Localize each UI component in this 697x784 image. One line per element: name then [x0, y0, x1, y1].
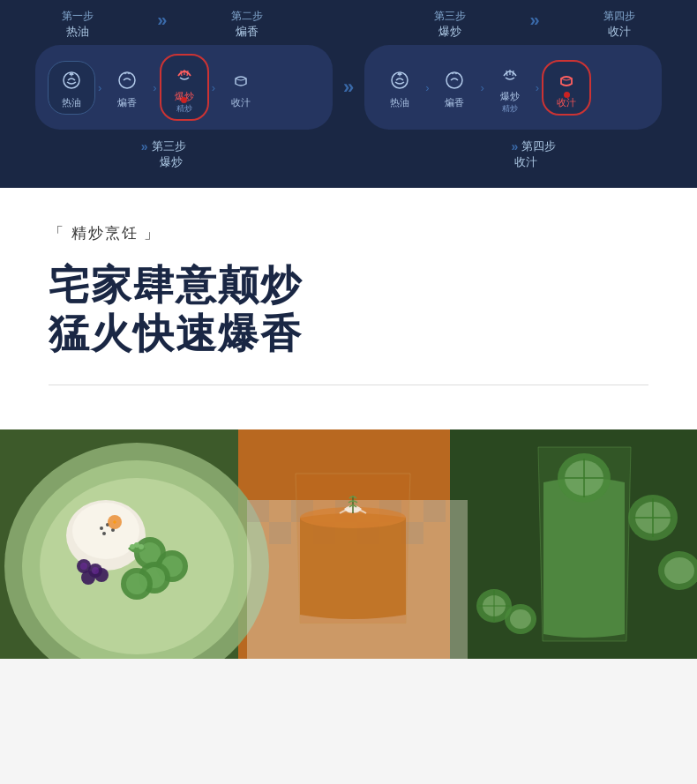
svg-point-62 — [510, 609, 531, 629]
svg-point-12 — [72, 503, 139, 559]
hot-oil-icon — [59, 66, 84, 94]
r-step1-icon-hot-oil: 热油 — [377, 62, 423, 114]
r-sauce-icon — [554, 66, 579, 94]
r-active-dot — [564, 92, 570, 98]
step3-name: 爆炒 — [434, 24, 466, 40]
step2-label: 煸香 — [117, 96, 137, 109]
cs-arrow-2: › — [150, 81, 159, 94]
svg-point-56 — [664, 557, 694, 584]
sauce-icon — [229, 66, 253, 94]
step2-name: 煸香 — [231, 24, 263, 40]
svg-point-13 — [100, 526, 103, 530]
svg-point-10 — [40, 478, 234, 654]
step4-label: 收汁 — [231, 96, 251, 109]
svg-rect-40 — [423, 500, 446, 522]
main-title: 宅家肆意颠炒 猛火快速爆香 — [49, 261, 648, 358]
bottom-arrow-3: » — [141, 139, 148, 153]
cooking-steps-section: 第一步 热油 » 第二步 煸香 第三步 爆炒 » 第四步 收汁 — [0, 0, 697, 188]
step4-num: 第四步 — [603, 9, 635, 24]
r-hot-oil-icon — [387, 66, 412, 94]
r-step4-icon-sauce: 收汁 — [542, 60, 591, 116]
r-cs-arrow-2: › — [477, 81, 486, 94]
r-cs-arrow-3: › — [533, 81, 542, 94]
middle-card-section: 「 精炒烹饪 」 宅家肆意颠炒 猛火快速爆香 — [0, 188, 697, 429]
r-step3-icon-fry: 爆炒 精炒 — [487, 56, 533, 119]
bottom-step3-label: 第三步 — [152, 138, 186, 154]
r-step3-sub: 精炒 — [502, 103, 518, 115]
step3-sub: 精炒 — [176, 103, 192, 115]
svg-point-33 — [80, 563, 87, 570]
bottom-step4: » 第四步 — [511, 138, 556, 154]
bottom-arrow-4: » — [511, 139, 518, 153]
svg-rect-41 — [269, 522, 291, 544]
step1-name: 热油 — [62, 24, 94, 40]
r-step4-label: 收汁 — [557, 96, 576, 109]
bottom-step3-name: 爆炒 — [160, 154, 183, 170]
step2-num: 第二步 — [231, 9, 263, 24]
r-step2-label: 煸香 — [445, 96, 464, 109]
group-arrow: » — [343, 45, 354, 130]
aroma-icon — [115, 66, 139, 94]
bottom-step4-label: 第四步 — [521, 138, 556, 154]
bottom-step4-name: 收汁 — [514, 154, 537, 170]
svg-point-1 — [119, 72, 135, 88]
cs-arrow-1: › — [95, 81, 104, 94]
step4-name: 收汁 — [603, 24, 635, 40]
svg-point-3 — [446, 72, 462, 88]
r-step1-label: 热油 — [390, 96, 409, 109]
r-cs-arrow-1: › — [423, 81, 431, 94]
step4-icon-sauce: 收汁 — [218, 62, 264, 114]
step1-label: 热油 — [62, 96, 81, 109]
svg-point-34 — [92, 567, 99, 574]
food-image-section — [0, 429, 697, 659]
r-aroma-icon — [442, 66, 467, 94]
svg-rect-36 — [247, 500, 269, 522]
food-scene-svg — [0, 429, 697, 659]
bottom-step3: » 第三步 — [141, 138, 186, 154]
svg-point-25 — [126, 573, 147, 594]
main-title-line2: 猛火快速爆香 — [49, 310, 648, 358]
main-title-line1: 宅家肆意颠炒 — [49, 261, 648, 310]
r-stir-fry-icon — [498, 60, 522, 88]
step1-icon-hot-oil: 热油 — [48, 61, 95, 115]
r-step2-icon-aroma: 煸香 — [431, 62, 477, 114]
cs-arrow-3: › — [209, 81, 218, 94]
stir-fry-icon — [172, 60, 197, 88]
divider — [49, 385, 648, 385]
step3-icon-fry: 爆炒 精炒 — [160, 54, 209, 121]
svg-point-28 — [139, 544, 144, 549]
category-tag: 「 精炒烹饪 」 — [49, 223, 648, 243]
arrow-3-4: » — [530, 9, 540, 40]
step3-num: 第三步 — [434, 9, 466, 24]
step2-icon-aroma: 煸香 — [104, 62, 150, 114]
r-step3-label: 爆炒 — [500, 90, 520, 103]
step1-num: 第一步 — [62, 9, 94, 24]
arrow-1-2: » — [157, 9, 167, 40]
svg-point-16 — [102, 532, 106, 535]
